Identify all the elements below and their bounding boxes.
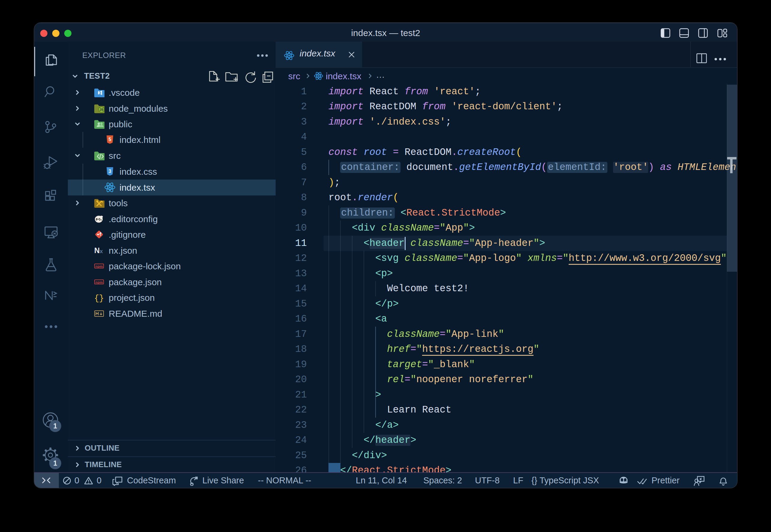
svg-text:npm: npm [95, 280, 103, 284]
svg-text:npm: npm [95, 264, 103, 268]
svg-text:JS: JS [99, 108, 103, 111]
svg-text:3: 3 [109, 169, 111, 174]
svg-text:N: N [94, 246, 100, 255]
svg-text:{}: {} [94, 294, 104, 303]
svg-text:5: 5 [109, 137, 111, 142]
svg-text:x: x [100, 248, 103, 254]
